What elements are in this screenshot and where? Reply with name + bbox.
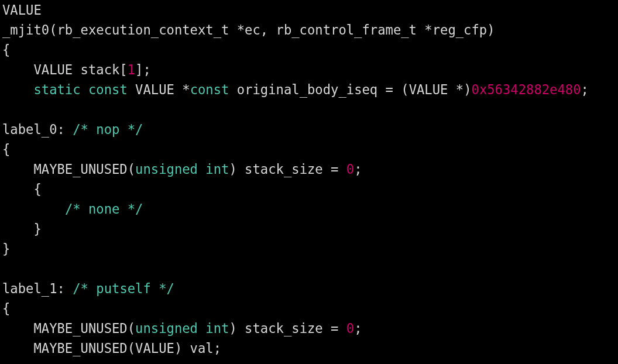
comment: /* none */ [65, 201, 143, 217]
code-line: label_1: /* putself */ [2, 281, 174, 296]
code-line: MAYBE_UNUSED(unsigned int) stack_size = … [2, 321, 362, 336]
number-literal: 0 [346, 321, 354, 336]
keyword-static: static [33, 82, 80, 97]
code-line: VALUE [2, 2, 42, 18]
code-line: { [2, 42, 10, 57]
code-line: { [2, 142, 10, 157]
keyword-int: int [205, 162, 229, 177]
code-line: VALUE stack[1]; [2, 62, 151, 77]
code-line: } [2, 221, 42, 236]
code-line: } [2, 241, 10, 256]
code-line: /* none */ [2, 201, 143, 217]
code-line: MAYBE_UNUSED(unsigned int) stack_size = … [2, 162, 362, 177]
hex-literal: 0x56342882e480 [472, 82, 581, 97]
number-literal: 1 [128, 62, 135, 77]
comment: /* nop */ [73, 122, 143, 137]
code-block: VALUE _mjit0(rb_execution_context_t *ec,… [0, 0, 618, 358]
code-line: static const VALUE *const original_body_… [2, 82, 589, 97]
keyword-unsigned: unsigned [135, 321, 198, 336]
keyword-const: const [88, 82, 128, 97]
keyword-const: const [190, 82, 229, 97]
number-literal: 0 [346, 162, 354, 177]
keyword-unsigned: unsigned [135, 162, 198, 177]
code-line: { [2, 181, 42, 197]
comment: /* putself */ [73, 281, 174, 296]
code-line: label_0: /* nop */ [2, 122, 143, 137]
keyword-int: int [205, 321, 229, 336]
code-line: _mjit0(rb_execution_context_t *ec, rb_co… [2, 22, 495, 37]
code-line: { [2, 301, 10, 316]
code-line: MAYBE_UNUSED(VALUE) val; [2, 341, 221, 356]
